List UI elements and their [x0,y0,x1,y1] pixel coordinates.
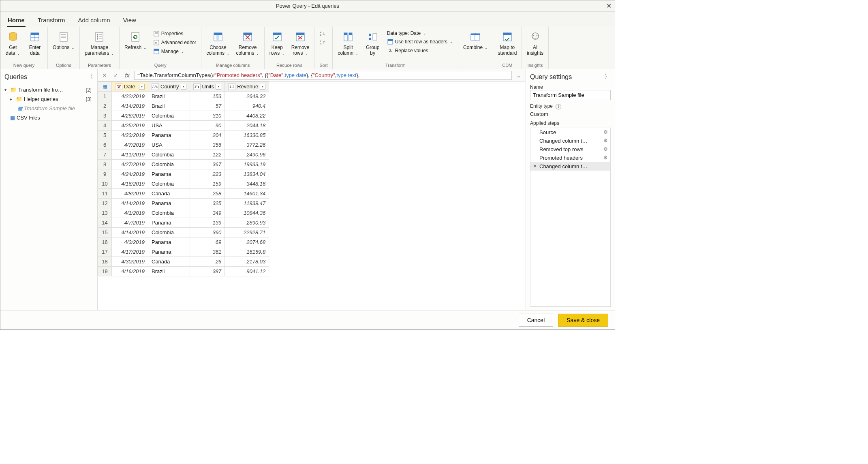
cell-date[interactable]: 4/25/2019 [112,121,148,130]
table-row[interactable]: 124/14/2019Panama32511939.47 [98,199,269,208]
close-icon[interactable]: ✕ [606,2,611,10]
table-row[interactable]: 34/26/2019Colombia3104408.22 [98,111,269,121]
tab-home[interactable]: Home [7,15,26,27]
ribbon-button[interactable]: Splitcolumn ⌄ [336,29,360,57]
cell-units[interactable]: 349 [190,208,225,218]
ribbon-item[interactable]: fxAdvanced editor [152,38,198,47]
cell-date[interactable]: 4/14/2019 [112,101,148,111]
tab-view[interactable]: View [122,15,137,27]
ribbon-button[interactable]: Removecolumns ⌄ [235,29,261,57]
cell-date[interactable]: 4/27/2019 [112,160,148,169]
queries-item[interactable]: ▦CSV Files [3,113,95,122]
table-row[interactable]: 24/14/2019Brazil57940.4 [98,101,269,111]
cell-country[interactable]: Brazil [148,92,190,101]
cell-revenue[interactable]: 2490.96 [225,150,269,160]
cell-country[interactable]: USA [148,140,190,150]
ribbon-item[interactable]: Manage⌄ [152,47,198,56]
cell-revenue[interactable]: 2178.03 [225,257,269,267]
table-row[interactable]: 104/16/2019Colombia1593448.16 [98,179,269,189]
ribbon-button[interactable]: AIinsights [525,29,545,57]
table-row[interactable]: 154/14/2019Colombia36022928.71 [98,228,269,237]
ribbon-item[interactable]: Properties [152,30,198,38]
cell-units[interactable]: 258 [190,189,225,199]
table-row[interactable]: 94/24/2019Panama22313834.04 [98,169,269,179]
cell-country[interactable]: Colombia [148,179,190,189]
corner-cell[interactable]: ▦ [98,82,112,92]
cell-units[interactable]: 26 [190,257,225,267]
cell-date[interactable]: 4/30/2019 [112,257,148,267]
cell-revenue[interactable]: 9041.12 [225,267,269,276]
cell-revenue[interactable]: 16159.8 [225,247,269,257]
ribbon-button[interactable]: Options ⌄ [51,29,76,51]
cell-units[interactable]: 57 [190,101,225,111]
cancel-button[interactable]: Cancel [519,314,554,327]
table-row[interactable]: 74/11/2019Colombia1222490.96 [98,150,269,160]
cell-country[interactable]: Colombia [148,150,190,160]
cell-revenue[interactable]: 16330.85 [225,130,269,140]
cell-country[interactable]: Panama [148,237,190,247]
ribbon-button[interactable]: Combine ⌄ [462,29,490,51]
cell-country[interactable]: Colombia [148,208,190,218]
table-row[interactable]: 184/30/2019Canada262178.03 [98,257,269,267]
type-icon[interactable]: 📅 [115,83,122,90]
column-header[interactable]: AᴮcCountry▾ [148,82,190,92]
cell-units[interactable]: 204 [190,130,225,140]
cell-date[interactable]: 4/11/2019 [112,150,148,160]
applied-step[interactable]: Source⚙ [530,128,610,137]
table-row[interactable]: 84/27/2019Colombia36719933.19 [98,160,269,169]
queries-folder[interactable]: ▸📁Helper queries[3] [3,94,95,104]
cell-country[interactable]: Brazil [148,101,190,111]
cell-country[interactable]: Panama [148,169,190,179]
cell-units[interactable]: 367 [190,160,225,169]
cell-revenue[interactable]: 2890.93 [225,218,269,228]
cell-units[interactable]: 159 [190,179,225,189]
cell-date[interactable]: 4/17/2019 [112,247,148,257]
ribbon-item[interactable]: AZ [318,30,329,38]
table-row[interactable]: 114/8/2019Canada25814601.34 [98,189,269,199]
cell-revenue[interactable]: 19933.19 [225,160,269,169]
collapse-settings-icon[interactable]: 〉 [604,73,611,81]
ribbon-item[interactable]: ZA [318,38,329,47]
table-row[interactable]: 54/23/2019Panama20416330.85 [98,130,269,140]
cell-date[interactable]: 4/8/2019 [112,189,148,199]
cell-units[interactable]: 69 [190,237,225,247]
cell-units[interactable]: 310 [190,111,225,121]
formula-commit-icon[interactable]: ✓ [111,72,120,79]
column-header[interactable]: 📅Date▾ [112,82,148,92]
cell-revenue[interactable]: 13834.04 [225,169,269,179]
cell-units[interactable]: 360 [190,228,225,237]
table-row[interactable]: 64/7/2019USA3563772.26 [98,140,269,150]
applied-step[interactable]: Removed top rows⚙ [530,145,610,154]
type-icon[interactable]: Aᴮc [152,83,159,90]
cell-country[interactable]: USA [148,121,190,130]
cell-revenue[interactable]: 3448.16 [225,179,269,189]
table-row[interactable]: 14/22/2019Brazil1532649.32 [98,92,269,101]
cell-country[interactable]: Panama [148,199,190,208]
filter-icon[interactable]: ▾ [216,84,221,90]
type-icon[interactable]: 1²₃ [193,83,201,90]
tab-add-column[interactable]: Add column [77,15,111,27]
gear-icon[interactable]: ⚙ [603,155,608,160]
cell-units[interactable]: 122 [190,150,225,160]
cell-revenue[interactable]: 22928.71 [225,228,269,237]
column-header[interactable]: 1.2Revenue▾ [225,82,269,92]
cell-country[interactable]: Canada [148,189,190,199]
tab-transform[interactable]: Transform [37,15,66,27]
ribbon-button[interactable]: Manageparameters ⌄ [83,29,116,57]
cell-country[interactable]: Colombia [148,228,190,237]
info-icon[interactable]: i [556,104,561,109]
cell-country[interactable]: Canada [148,257,190,267]
ribbon-button[interactable]: Refresh ⌄ [123,29,148,51]
cell-date[interactable]: 4/16/2019 [112,179,148,189]
ribbon-item[interactable]: Replace values [385,47,455,55]
cell-date[interactable]: 4/16/2019 [112,267,148,276]
ribbon-button[interactable]: Keeprows ⌄ [268,29,286,57]
cell-date[interactable]: 4/14/2019 [112,199,148,208]
cell-units[interactable]: 325 [190,199,225,208]
save-close-button[interactable]: Save & close [558,314,608,327]
cell-country[interactable]: Colombia [148,111,190,121]
formula-input[interactable]: = Table.TransformColumnTypes(#"Promoted … [134,71,512,80]
cell-revenue[interactable]: 10844.36 [225,208,269,218]
cell-country[interactable]: Panama [148,247,190,257]
applied-step[interactable]: ✕Changed column t… [530,162,610,171]
